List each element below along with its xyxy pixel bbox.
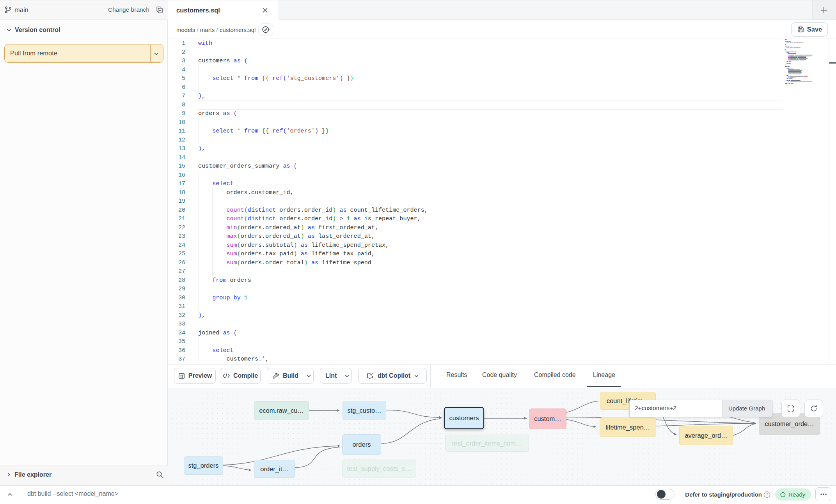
svg-text:?: ? [766, 492, 768, 497]
